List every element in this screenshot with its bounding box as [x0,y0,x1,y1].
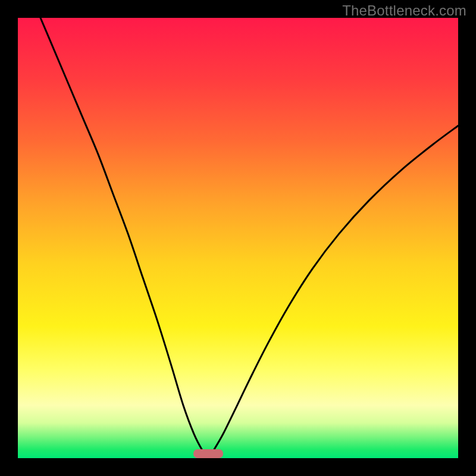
watermark-text: TheBottleneck.com [342,2,466,19]
chart-frame: TheBottleneck.com [0,0,476,476]
curve-svg [18,18,458,458]
plot-area [18,18,458,458]
bottleneck-curve [40,18,458,458]
optimum-marker [193,449,223,458]
